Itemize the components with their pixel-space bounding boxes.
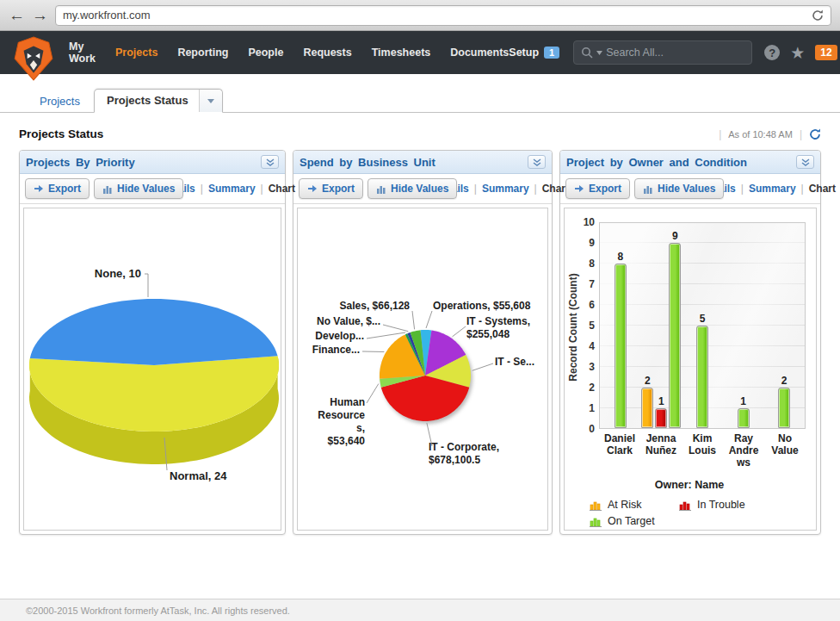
panel-project-by-owner-and-condition: Project by Owner and Condition Export Hi… [559, 150, 821, 535]
collapse-panel-icon[interactable] [796, 155, 814, 169]
menu-item-documents[interactable]: Documents [450, 47, 509, 59]
export-arrow-icon [307, 184, 318, 193]
main-menu: My WorkProjectsReportingPeopleRequestsTi… [69, 40, 509, 65]
chart-link[interactable]: Chart [809, 183, 836, 195]
copyright-text: ©2000-2015 Workfront formerly AtTask, In… [26, 605, 290, 616]
legend-bars-icon [590, 516, 602, 527]
bar-group-ray-andrews: 1 [723, 223, 764, 428]
browser-forward-icon[interactable]: → [32, 7, 48, 23]
page-title: Projects Status [19, 127, 103, 140]
chart-link[interactable]: Chart [269, 183, 295, 195]
notification-badge[interactable]: 12 [815, 45, 837, 60]
pie-chart-spend-by-business-unit: Sales, $66,128Operations, $55,608No Valu… [297, 208, 548, 531]
export-button[interactable]: Export [565, 178, 630, 199]
pie-label: HumanResources,$53,640 [318, 396, 365, 447]
setup-link[interactable]: Setup [509, 47, 539, 59]
mini-chart-icon [376, 184, 386, 194]
pie-label: IT - Corporate,$678,100.5 [429, 441, 499, 466]
search-icon [581, 47, 593, 59]
label-leader-line [367, 384, 379, 403]
top-nav: My WorkProjectsReportingPeopleRequestsTi… [0, 31, 840, 74]
label-leader-line [453, 326, 466, 337]
hide-values-button[interactable]: Hide Values [634, 178, 724, 199]
summary-link[interactable]: Summary [208, 183, 256, 195]
pie-slice-none [30, 299, 278, 365]
bar-group-jenna-nu-ez: 219 [641, 223, 682, 428]
label-leader-line [383, 325, 408, 332]
bar-value-label: 2 [645, 375, 651, 387]
url-text[interactable]: my.workfront.com [63, 9, 812, 22]
label-leader-line [472, 363, 493, 370]
as-of-timestamp: As of 10:48 AM [728, 129, 793, 140]
tab-dropdown-caret-icon[interactable] [199, 90, 222, 112]
dashboard-refresh-icon[interactable] [809, 128, 821, 140]
label-leader-line [412, 311, 415, 329]
workfront-logo-icon[interactable] [14, 36, 53, 81]
pie-label: None, 10 [95, 267, 141, 280]
pie-label: IT - Se... [495, 356, 534, 368]
pie-label: IT - Systems,$255,048 [466, 315, 530, 340]
hide-values-button[interactable]: Hide Values [94, 178, 183, 199]
panel-title: Projects By Priority [26, 156, 135, 169]
export-arrow-icon [574, 184, 584, 193]
pie-label: Operations, $55,608 [433, 300, 531, 312]
export-arrow-icon [34, 184, 44, 193]
menu-item-requests[interactable]: Requests [303, 47, 351, 59]
search-scope-caret-icon[interactable] [596, 51, 602, 55]
export-button[interactable]: Export [25, 178, 90, 199]
export-button[interactable]: Export [299, 178, 363, 199]
panel-projects-by-priority: Projects By Priority Export Hide Values … [19, 150, 286, 535]
menu-item-timesheets[interactable]: Timesheets [372, 47, 431, 59]
setup-badge: 1 [544, 47, 559, 59]
legend-item-in-trouble: In Trouble [679, 499, 789, 511]
bar-chart-project-by-owner: Record Count (Count)0123456789108219512D… [564, 208, 817, 531]
search-input[interactable] [606, 47, 744, 59]
pie-chart-projects-by-priority: None, 10Normal, 24 [23, 208, 281, 531]
bar-on-target [738, 408, 750, 428]
menu-item-reporting[interactable]: Reporting [177, 47, 228, 59]
content-area: Projects Projects Status Projects Status… [0, 90, 840, 535]
address-bar[interactable]: my.workfront.com [55, 5, 831, 26]
bar-on-target [696, 326, 708, 428]
menu-item-my-work[interactable]: My Work [69, 40, 96, 65]
summary-link[interactable]: Summary [482, 183, 529, 195]
bar-value-label: 1 [658, 395, 664, 407]
label-leader-line [362, 351, 384, 352]
bar-value-label: 2 [781, 375, 788, 387]
panel-spend-by-business-unit: Spend by Business Unit Export Hide Value… [293, 150, 553, 535]
dashboard-panels: Projects By Priority Export Hide Values … [0, 150, 840, 535]
tab-projects[interactable]: Projects [26, 90, 94, 112]
mini-chart-icon [643, 184, 653, 194]
pie-label: Finance... [312, 344, 360, 356]
summary-link[interactable]: Summary [749, 183, 796, 195]
bar-on-target [669, 243, 681, 428]
x-axis-title: Owner: Name [566, 479, 812, 491]
help-icon[interactable]: ? [764, 45, 780, 60]
label-leader-line [367, 332, 405, 338]
legend-bars-icon [590, 500, 602, 511]
menu-item-projects[interactable]: Projects [115, 47, 158, 59]
bar-group-daniel-clark: 8 [600, 223, 641, 428]
collapse-panel-icon[interactable] [528, 155, 546, 169]
global-search[interactable] [573, 40, 752, 65]
pie-label: Sales, $66,128 [340, 300, 411, 312]
label-leader-line [145, 274, 148, 297]
menu-item-people[interactable]: People [248, 47, 283, 59]
browser-back-icon[interactable]: ← [9, 7, 25, 23]
bar-on-target [615, 264, 627, 428]
pie-label: Normal, 24 [170, 469, 227, 482]
bar-group-kim-louis: 5 [682, 223, 723, 428]
collapse-panel-icon[interactable] [261, 155, 279, 169]
bar-value-label: 1 [740, 395, 746, 407]
x-axis-labels: Daniel ClarkJenna NuñezKim LouisRay Andr… [599, 432, 806, 469]
favorites-star-icon[interactable]: ★ [790, 43, 805, 63]
panel-title: Project by Owner and Condition [566, 156, 747, 169]
tab-projects-status[interactable]: Projects Status [94, 89, 223, 113]
tab-bar: Projects Projects Status [0, 90, 840, 113]
browser-refresh-icon[interactable] [812, 9, 824, 22]
bar-on-target [778, 388, 790, 428]
pie-label: No Value, $... [317, 315, 380, 327]
legend-item-at-risk: At Risk [590, 499, 679, 511]
hide-values-button[interactable]: Hide Values [368, 178, 457, 199]
pie-label: Develop... [315, 330, 364, 342]
